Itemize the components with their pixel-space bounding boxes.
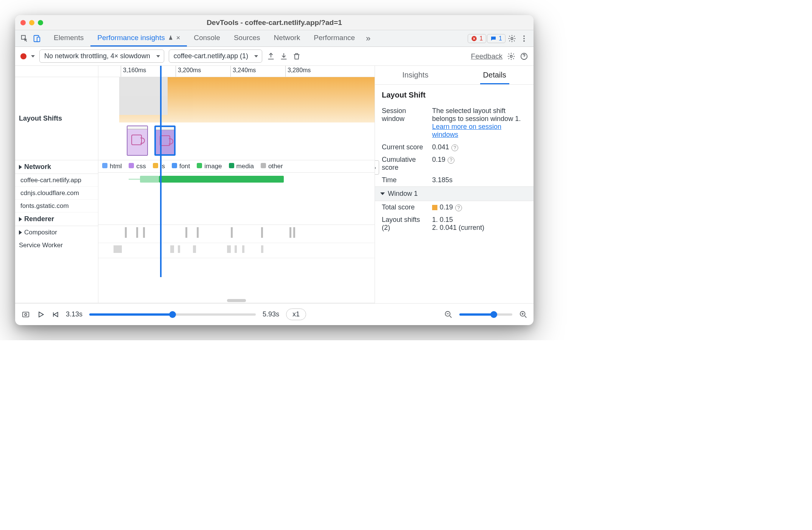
playback-bar: 3.13s 5.93s x1 [15, 303, 534, 325]
playback-end-time: 5.93s [263, 310, 279, 318]
close-tab-icon[interactable]: × [176, 34, 180, 42]
help-icon[interactable] [520, 52, 528, 60]
details-pane: Insights Details Layout Shift Session wi… [375, 66, 534, 303]
details-content: Layout Shift Session window The selected… [375, 85, 534, 303]
renderer-lane[interactable] [98, 211, 375, 225]
details-title: Layout Shift [375, 85, 534, 105]
network-host-row[interactable]: coffee-cart.netlify.app [15, 174, 98, 187]
tab-elements[interactable]: Elements [47, 30, 90, 46]
message-icon [490, 36, 496, 42]
score-chip [432, 205, 437, 210]
expand-icon [19, 165, 22, 169]
renderer-lane-label[interactable]: Renderer [15, 212, 98, 226]
error-icon [471, 36, 477, 42]
expand-icon [19, 217, 22, 222]
timeline-pane: Layout Shifts Network coffee-cart.netlif… [15, 66, 375, 303]
network-row[interactable] [98, 186, 375, 198]
shift-entry[interactable]: 1. 0.15 [432, 216, 527, 224]
network-legend: html css js font image media other [98, 160, 375, 173]
tab-details[interactable]: Details [480, 67, 509, 84]
svg-point-11 [25, 313, 27, 316]
network-row[interactable] [98, 198, 375, 211]
network-host-row[interactable]: fonts.gstatic.com [15, 200, 98, 212]
titlebar: DevTools - coffee-cart.netlify.app/?ad=1 [15, 15, 534, 30]
settings-icon[interactable] [506, 33, 518, 44]
issues-badge[interactable]: 1 [487, 34, 506, 43]
time-ruler[interactable]: 3,160ms 3,200ms 3,240ms 3,280ms [98, 66, 375, 77]
tab-sources[interactable]: Sources [227, 30, 267, 46]
tab-performance[interactable]: Performance [307, 30, 362, 46]
import-icon[interactable] [280, 52, 288, 60]
playhead-line[interactable] [160, 66, 162, 277]
timeline-lanes[interactable]: 3,160ms 3,200ms 3,240ms 3,280ms html [98, 66, 375, 303]
svg-point-4 [511, 37, 513, 40]
svg-point-5 [523, 35, 525, 37]
record-button[interactable] [20, 53, 26, 59]
more-tabs-icon[interactable]: » [362, 33, 374, 44]
lane-labels: Layout Shifts Network coffee-cart.netlif… [15, 66, 98, 303]
network-lane-label[interactable]: Network [15, 160, 98, 174]
svg-rect-10 [23, 312, 29, 317]
play-button[interactable] [37, 311, 45, 318]
panel-body: Layout Shifts Network coffee-cart.netlif… [15, 66, 534, 303]
learn-more-link[interactable]: Learn more on session windows [432, 123, 501, 138]
cls-session-band [119, 77, 375, 122]
layout-shift-thumbnail[interactable] [127, 126, 148, 156]
help-icon[interactable]: ? [455, 205, 462, 211]
export-icon[interactable] [267, 52, 275, 60]
expand-icon [19, 230, 22, 235]
playback-slider[interactable] [89, 313, 256, 316]
svg-point-6 [523, 38, 525, 39]
throttling-select[interactable]: No network throttling, 4× slowdown [39, 50, 164, 63]
layout-shifts-lane[interactable] [98, 77, 375, 160]
window-section-header[interactable]: Window 1 [375, 186, 534, 201]
zoom-slider[interactable] [459, 313, 512, 316]
svg-point-8 [510, 55, 512, 57]
device-toolbar-icon[interactable] [31, 33, 42, 44]
experiment-icon [168, 35, 173, 40]
help-icon[interactable]: ? [448, 157, 454, 164]
insights-toolbar: No network throttling, 4× slowdown coffe… [15, 47, 534, 66]
playback-start-time: 3.13s [66, 310, 82, 318]
svg-point-7 [523, 40, 525, 42]
compositor-lane-label[interactable]: Compositor [15, 226, 98, 239]
pane-resize-handle[interactable] [375, 160, 379, 175]
devtools-window: DevTools - coffee-cart.netlify.app/?ad=1… [15, 15, 534, 325]
network-row[interactable] [98, 173, 375, 186]
tab-performance-insights[interactable]: Performance insights × [90, 30, 187, 46]
playback-speed[interactable]: x1 [286, 308, 306, 320]
panels-tabbar: Elements Performance insights × Console … [15, 30, 534, 47]
help-icon[interactable]: ? [451, 144, 458, 151]
zoom-out-icon[interactable] [444, 310, 453, 319]
recording-select[interactable]: coffee-cart.netlify.app (1) [169, 50, 262, 63]
network-host-row[interactable]: cdnjs.cloudflare.com [15, 187, 98, 200]
tab-network[interactable]: Network [267, 30, 307, 46]
layout-shifts-lane-label: Layout Shifts [15, 77, 98, 160]
screenshot-toggle-icon[interactable] [21, 310, 30, 319]
inspect-element-icon[interactable] [19, 33, 30, 44]
scroll-indicator[interactable] [227, 299, 246, 302]
chevron-down-icon [380, 192, 385, 195]
feedback-link[interactable]: Feedback [471, 52, 502, 60]
compositor-lane[interactable] [98, 225, 375, 243]
errors-badge[interactable]: 1 [468, 34, 486, 43]
record-menu-icon[interactable] [31, 55, 35, 57]
rewind-button[interactable] [51, 311, 59, 318]
tab-insights[interactable]: Insights [399, 67, 431, 84]
service-worker-lane-label[interactable]: Service Worker [15, 239, 98, 252]
service-worker-lane[interactable] [98, 243, 375, 258]
zoom-in-icon[interactable] [519, 310, 527, 319]
kebab-menu-icon[interactable] [518, 33, 530, 44]
tab-console[interactable]: Console [187, 30, 227, 46]
details-tabs: Insights Details [375, 66, 534, 85]
delete-icon[interactable] [292, 52, 301, 60]
window-title: DevTools - coffee-cart.netlify.app/?ad=1 [15, 19, 534, 27]
shift-entry[interactable]: 2. 0.041 (current) [432, 224, 527, 232]
panel-settings-icon[interactable] [507, 52, 515, 60]
svg-rect-2 [37, 37, 40, 42]
layout-shift-thumbnail-selected[interactable] [154, 126, 176, 156]
panel-tabs: Elements Performance insights × Console … [47, 30, 362, 46]
